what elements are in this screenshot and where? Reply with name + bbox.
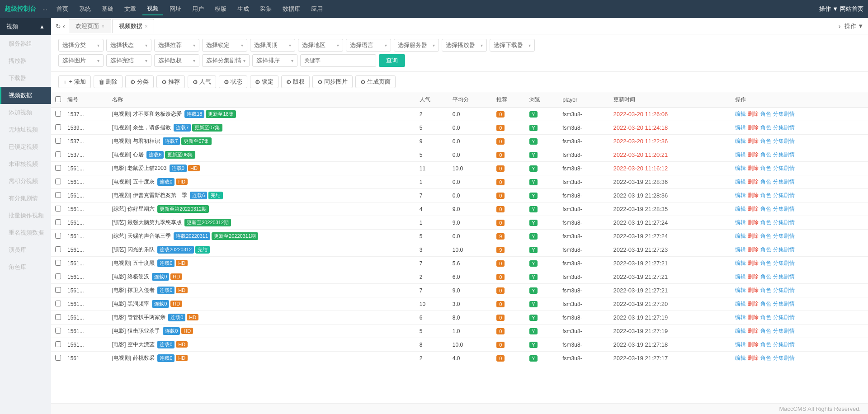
sidebar-item-roles[interactable]: 角色库 [0,259,51,276]
tab-welcome-close[interactable]: × [102,24,104,29]
nav-system[interactable]: 系统 [75,3,95,15]
action-delete-4[interactable]: 删除 [748,165,759,171]
tab-video-data[interactable]: 视频数据 × [112,19,155,33]
tab-ops-button[interactable]: 操作 ▼ [844,22,863,30]
action-角色-14[interactable]: 角色 [760,301,771,307]
tab-arrow-right[interactable]: › [839,23,841,30]
sidebar-item-rename[interactable]: 重名视频数据 [0,224,51,241]
nav-database[interactable]: 数据库 [278,3,305,15]
sidebar-item-episodes[interactable]: 有分集剧情 [0,190,51,207]
filter-copyright[interactable]: 选择版权▾ [154,54,199,67]
row-checkbox-0[interactable] [55,111,61,117]
row-checkbox-7[interactable] [55,206,61,212]
action-delete-5[interactable]: 删除 [748,179,759,185]
filter-category[interactable]: 选择分类▾ [58,39,104,52]
filter-finished[interactable]: 选择完结▾ [106,54,151,67]
row-checkbox-18[interactable] [55,355,61,361]
action-分集剧情-2[interactable]: 分集剧情 [773,138,795,144]
action-角色-18[interactable]: 角色 [760,355,771,361]
nav-generate[interactable]: 生成 [233,3,254,15]
filter-recommend[interactable]: 选择推荐▾ [154,39,199,52]
keyword-input[interactable] [300,54,376,67]
action-编辑-10[interactable]: 编辑 [735,246,746,253]
nav-home[interactable]: 首页 [52,3,73,15]
sidebar-item-player[interactable]: 播放器 [0,52,51,70]
filter-episodes[interactable]: 选择分集剧情▾ [202,54,250,67]
sidebar-item-locked-video[interactable]: 已锁定视频 [0,138,51,155]
action-delete-1[interactable]: 删除 [748,124,759,131]
row-checkbox-9[interactable] [55,233,61,239]
action-编辑-2[interactable]: 编辑 [735,138,746,144]
action-分集剧情-18[interactable]: 分集剧情 [773,355,795,361]
tab-video-close[interactable]: × [145,24,148,29]
action-分集剧情-3[interactable]: 分集剧情 [773,151,795,158]
action-分集剧情-8[interactable]: 分集剧情 [773,219,795,226]
action-delete-0[interactable]: 删除 [748,111,759,117]
action-分集剧情-0[interactable]: 分集剧情 [773,111,795,117]
row-checkbox-11[interactable] [55,260,61,266]
action-角色-2[interactable]: 角色 [760,138,771,144]
action-编辑-12[interactable]: 编辑 [735,273,746,280]
action-角色-5[interactable]: 角色 [760,179,771,185]
category-button[interactable]: ⚙ 分类 [125,75,154,88]
row-checkbox-16[interactable] [55,328,61,334]
action-角色-9[interactable]: 角色 [760,233,771,239]
sidebar-item-downloader[interactable]: 下载器 [0,70,51,87]
row-checkbox-1[interactable] [55,124,61,130]
action-角色-1[interactable]: 角色 [760,124,771,131]
row-checkbox-14[interactable] [55,301,61,306]
tab-welcome[interactable]: 欢迎页面 × [69,19,111,33]
row-checkbox-13[interactable] [55,287,61,293]
action-分集剧情-9[interactable]: 分集剧情 [773,233,795,239]
action-delete-12[interactable]: 删除 [748,273,759,280]
action-编辑-6[interactable]: 编辑 [735,192,746,198]
refresh-button[interactable]: ↻ [56,23,61,30]
action-角色-16[interactable]: 角色 [760,328,771,334]
top-site-button[interactable]: 网站首页 [840,5,863,13]
action-编辑-3[interactable]: 编辑 [735,151,746,158]
action-角色-10[interactable]: 角色 [760,246,771,253]
action-编辑-5[interactable]: 编辑 [735,179,746,185]
sidebar-item-points-video[interactable]: 需积分视频 [0,173,51,190]
action-delete-3[interactable]: 删除 [748,151,759,158]
action-编辑-1[interactable]: 编辑 [735,124,746,131]
row-checkbox-15[interactable] [55,314,61,320]
action-delete-18[interactable]: 删除 [748,355,759,361]
action-分集剧情-17[interactable]: 分集剧情 [773,341,795,348]
sync-img-button[interactable]: ⚙ 同步图片 [312,75,353,88]
action-编辑-4[interactable]: 编辑 [735,165,746,171]
action-角色-3[interactable]: 角色 [760,151,771,158]
sidebar-item-batch-ops[interactable]: 批量操作视频 [0,207,51,224]
filter-player[interactable]: 选择播放器▾ [442,39,487,52]
delete-button[interactable]: 🗑 删除 [94,75,123,88]
nav-collect[interactable]: 采集 [255,3,276,15]
sidebar-item-add-video[interactable]: 添加视频 [0,104,51,121]
filter-server[interactable]: 选择服务器▾ [394,39,439,52]
filter-sort[interactable]: 选择排序▾ [252,54,297,67]
action-角色-17[interactable]: 角色 [760,341,771,348]
action-delete-2[interactable]: 删除 [748,138,759,144]
action-角色-0[interactable]: 角色 [760,111,771,117]
nav-template[interactable]: 模版 [210,3,231,15]
action-delete-6[interactable]: 删除 [748,192,759,198]
gen-page-button[interactable]: ⚙ 生成页面 [355,75,396,88]
action-分集剧情-5[interactable]: 分集剧情 [773,179,795,185]
action-分集剧情-7[interactable]: 分集剧情 [773,206,795,212]
popularity-button[interactable]: ⚙ 人气 [188,75,216,88]
action-编辑-15[interactable]: 编辑 [735,314,746,320]
row-checkbox-10[interactable] [55,246,61,252]
action-角色-7[interactable]: 角色 [760,206,771,212]
action-delete-11[interactable]: 删除 [748,260,759,266]
action-分集剧情-11[interactable]: 分集剧情 [773,260,795,266]
action-角色-15[interactable]: 角色 [760,314,771,320]
action-delete-13[interactable]: 删除 [748,287,759,293]
row-checkbox-12[interactable] [55,273,61,279]
nav-video[interactable]: 视频 [142,3,163,15]
top-ops-button[interactable]: 操作 ▼ [819,5,838,13]
sidebar-item-unreviewed-video[interactable]: 未审核视频 [0,155,51,173]
nav-url[interactable]: 网址 [165,3,186,15]
nav-apps[interactable]: 应用 [307,3,327,15]
sidebar-item-video-data[interactable]: 视频数据 [0,87,51,104]
action-分集剧情-16[interactable]: 分集剧情 [773,328,795,334]
action-角色-8[interactable]: 角色 [760,219,771,226]
